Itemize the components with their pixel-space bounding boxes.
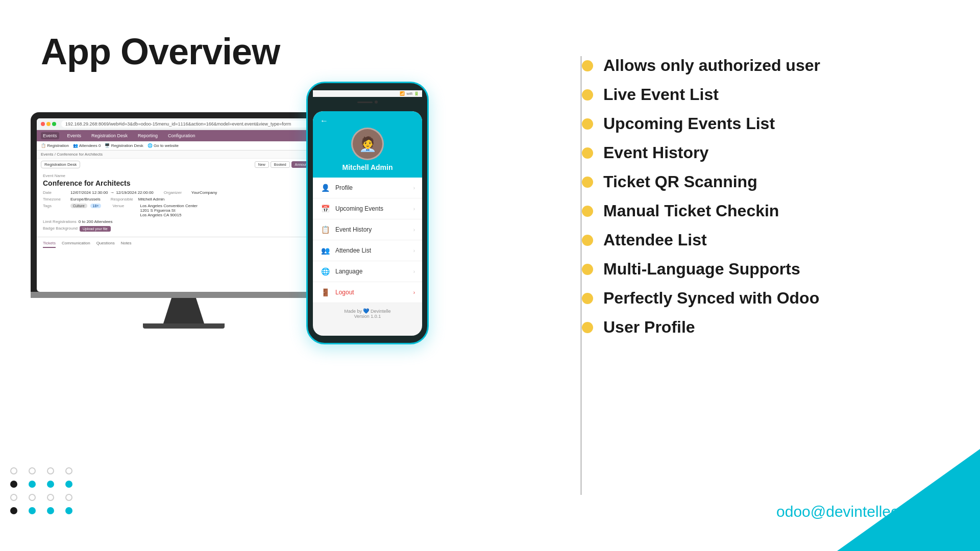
menu-item-language[interactable]: 🌐 Language ›	[313, 261, 422, 282]
status-booked[interactable]: Booked	[271, 161, 290, 168]
feature-dot-4	[582, 147, 593, 159]
field-tags: Tags Culture 18+	[43, 204, 102, 217]
dot-3-2	[29, 494, 36, 501]
dot-4-1	[10, 507, 17, 514]
feature-text-5: Ticket QR Scanning	[603, 172, 757, 191]
feature-3: Upcoming Events List	[582, 114, 939, 133]
dot-row-3	[10, 494, 72, 501]
arrow-logout: ›	[413, 290, 415, 295]
footer-version: Version 1.0.1	[318, 314, 417, 319]
status-new[interactable]: New	[255, 161, 269, 168]
menu-label-event-history: Event History	[335, 226, 408, 233]
arrow-history: ›	[413, 227, 415, 233]
feature-text-6: Manual Ticket Checkin	[603, 202, 779, 220]
dot-4-4	[65, 507, 72, 514]
toolbar-reg-desk[interactable]: 🖥️ Registration Desk	[105, 143, 143, 148]
menu-label-logout: Logout	[335, 289, 408, 296]
venue-value: Los Angeles Convention Center1201 S Figu…	[140, 204, 198, 217]
tab-tickets[interactable]: Tickets	[43, 239, 56, 248]
browser-url: 192.168.29.268:8069/web#id=3&db=odoo-15m…	[61, 120, 313, 128]
feature-text-1: Allows only authorized user	[603, 56, 820, 75]
nav-reporting[interactable]: Reporting	[136, 132, 160, 139]
event-form: Event Name Conference for Architects Dat…	[37, 170, 321, 237]
features-section: Allows only authorized user Live Event L…	[582, 56, 939, 347]
dot-row-1	[10, 467, 72, 474]
date-value: 12/07/2024 12:30:00	[70, 190, 108, 195]
menu-item-profile[interactable]: 👤 Profile ›	[313, 178, 422, 198]
feature-text-8: Multi-Language Supports	[603, 260, 800, 279]
field-limit-reg: Limit Registrations 0 to 200 Attendees	[43, 219, 113, 224]
monitor-base	[143, 323, 225, 329]
nav-reg-desk[interactable]: Registration Desk	[89, 132, 130, 139]
timezone-label: Timezone	[43, 197, 68, 202]
app-toolbar: 📋 Registration 👥 Attendees 0 🖥️ Registra…	[37, 141, 321, 151]
menu-item-logout[interactable]: 🚪 Logout ›	[313, 282, 422, 303]
avatar-icon: 🧑‍💼	[359, 136, 377, 153]
dot-2-4	[65, 481, 72, 488]
monitor-stand	[163, 298, 204, 323]
feature-text-3: Upcoming Events List	[603, 114, 775, 133]
tab-notes[interactable]: Notes	[121, 239, 132, 248]
tab-questions[interactable]: Questions	[96, 239, 115, 248]
feature-10: User Profile	[582, 318, 939, 337]
footer-brand: Devintelle	[371, 309, 391, 314]
date-label: Date	[43, 190, 68, 195]
field-responsible: Responsible Mitchell Admin	[111, 197, 165, 202]
toolbar-goto-website[interactable]: 🌐 Go to website	[148, 143, 179, 148]
phone-screen: ← 🧑‍💼 Mitchell Admin 👤 Profile › 📅 Upcom…	[313, 111, 422, 336]
menu-item-attendee-list[interactable]: 👥 Attendee List ›	[313, 240, 422, 261]
feature-dot-9	[582, 293, 593, 304]
toolbar-registration[interactable]: 📋 Registration	[41, 143, 69, 148]
tab-communication[interactable]: Communication	[62, 239, 90, 248]
reg-desk-button[interactable]: Registration Desk	[41, 161, 80, 168]
feature-7: Attendee List	[582, 231, 939, 249]
feature-5: Ticket QR Scanning	[582, 172, 939, 191]
phone-header: ← 🧑‍💼 Mitchell Admin	[313, 111, 422, 178]
nav-events[interactable]: Events	[41, 132, 59, 139]
feature-text-4: Event History	[603, 143, 708, 162]
form-row-badge: Limit Registrations 0 to 200 Attendees	[43, 219, 314, 224]
organizer-value: YourCompany	[191, 190, 217, 195]
upload-button[interactable]: Upload your file	[80, 226, 111, 232]
phone-speaker	[357, 102, 373, 103]
event-history-icon: 📋	[320, 224, 330, 235]
limit-reg-label: Limit Registrations	[43, 219, 77, 224]
feature-dot-1	[582, 60, 593, 71]
nav-events2[interactable]: Events	[65, 132, 84, 139]
toolbar-attendees[interactable]: 👥 Attendees 0	[73, 143, 101, 148]
feature-1: Allows only authorized user	[582, 56, 939, 75]
organizer-label: Organizer	[164, 190, 189, 195]
menu-item-event-history[interactable]: 📋 Event History ›	[313, 219, 422, 240]
back-button[interactable]: ←	[320, 116, 415, 126]
form-row-timezone: Timezone Europe/Brussels Responsible Mit…	[43, 197, 314, 202]
feature-9: Perfectly Synced with Odoo	[582, 289, 939, 308]
attendee-list-icon: 👥	[320, 245, 330, 256]
menu-item-upcoming-events[interactable]: 📅 Upcoming Events ›	[313, 198, 422, 219]
date-arrow: →	[110, 190, 114, 195]
arrow-profile: ›	[413, 185, 415, 191]
tag-culture: Culture	[70, 204, 87, 208]
responsible-value: Mitchell Admin	[138, 197, 165, 202]
menu-label-language: Language	[335, 268, 408, 275]
breadcrumb: Events / Conference for Architects	[37, 151, 321, 159]
timezone-value: Europe/Brussels	[70, 197, 101, 202]
badge-bg-label: Badge Background	[43, 226, 78, 231]
feature-dot-10	[582, 322, 593, 333]
logout-icon: 🚪	[320, 287, 330, 297]
dot-2-1	[10, 481, 17, 488]
phone-status-bar: 📶wifi🔋	[313, 90, 422, 97]
dot-3-1	[10, 494, 17, 501]
nav-config[interactable]: Configuration	[166, 132, 198, 139]
feature-dot-6	[582, 206, 593, 217]
dot-2-3	[47, 481, 54, 488]
limit-reg-value: 0 to 200 Attendees	[79, 219, 113, 224]
feature-text-9: Perfectly Synced with Odoo	[603, 289, 819, 308]
dot-2-2	[29, 481, 36, 488]
tags-label: Tags	[43, 204, 68, 208]
phone-frame: 📶wifi🔋 ← 🧑‍💼 Mitchell Admin 👤 Profile	[306, 82, 429, 344]
upcoming-events-icon: 📅	[320, 204, 330, 214]
feature-text-2: Live Event List	[603, 85, 719, 104]
arrow-attendee: ›	[413, 248, 415, 254]
field-badge-bg: Badge Background Upload your file	[43, 226, 111, 232]
teal-triangle-decoration	[837, 449, 980, 551]
